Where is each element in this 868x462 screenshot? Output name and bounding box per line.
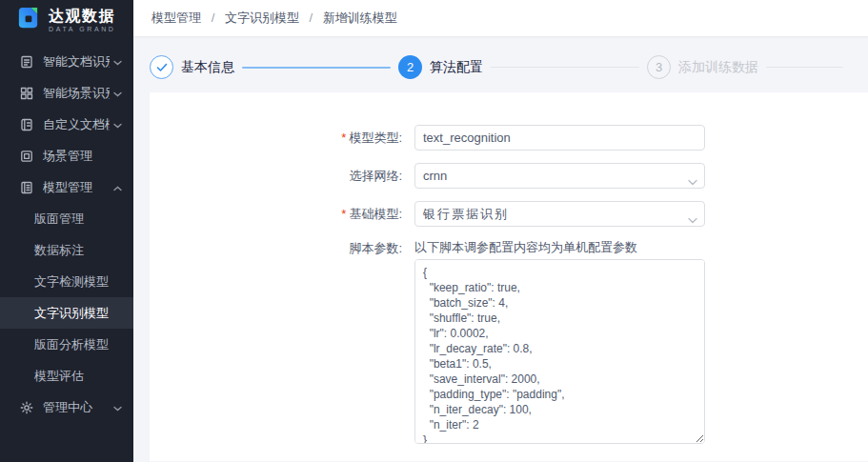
gear-icon — [19, 400, 33, 414]
step-add-training-data: 3 添加训练数据 — [647, 55, 851, 79]
step-done-circle — [150, 55, 173, 79]
script-params-label: 脚本参数: — [150, 239, 414, 448]
step-connector — [766, 67, 843, 68]
sidebar-item-text-recognition-model[interactable]: 文字识别模型 — [0, 297, 133, 329]
breadcrumb-separator: / — [310, 10, 313, 25]
breadcrumb: 模型管理 / 文字识别模型 / 新增训练模型 — [151, 10, 397, 27]
sidebar-item-layout-management[interactable]: 版面管理 — [0, 203, 133, 234]
sidebar: 达观数据 DATA GRAND 智能文档识别 智能场景识别 — [0, 0, 133, 462]
network-select[interactable]: crnn — [414, 163, 705, 189]
step-active-circle: 2 — [398, 55, 422, 79]
document-icon — [19, 54, 33, 69]
step-algorithm-config: 2 算法配置 — [398, 55, 647, 79]
chevron-down-icon — [113, 400, 122, 414]
main-area: 模型管理 / 文字识别模型 / 新增训练模型 基本信息 2 算法配置 3 — [133, 0, 868, 462]
logo-title: 达观数据 — [49, 8, 115, 25]
chevron-down-icon — [688, 172, 697, 190]
chevron-up-icon — [113, 180, 122, 194]
script-params-textarea[interactable]: { "keep_ratio": true, "batch_size": 4, "… — [414, 259, 705, 444]
form-row-base-model: *基础模型: 银行票据识别 — [150, 201, 868, 227]
sidebar-item-custom-doc-template[interactable]: 自定义文档模板 — [0, 109, 133, 140]
required-mark: * — [341, 131, 346, 145]
chevron-down-icon — [113, 86, 122, 100]
base-model-select[interactable]: 银行票据识别 — [414, 201, 705, 227]
sidebar-menu: 智能文档识别 智能场景识别 自定义文档模板 — [0, 46, 133, 423]
sidebar-item-model-evaluation[interactable]: 模型评估 — [0, 360, 133, 392]
chevron-down-icon — [113, 117, 122, 131]
sidebar-item-label: 自定义文档模板 — [43, 116, 110, 133]
sidebar-item-smart-scene-recognition[interactable]: 智能场景识别 — [0, 77, 133, 109]
network-label: 选择网络: — [150, 163, 414, 189]
sidebar-item-smart-doc-recognition[interactable]: 智能文档识别 — [0, 46, 133, 77]
sidebar-item-text-detection-model[interactable]: 文字检测模型 — [0, 266, 133, 297]
sidebar-item-label: 智能场景识别 — [43, 85, 110, 102]
sidebar-item-label: 模型管理 — [43, 179, 110, 196]
step-label: 添加训练数据 — [678, 59, 758, 76]
logo[interactable]: 达观数据 DATA GRAND — [0, 0, 133, 40]
sidebar-item-model-management[interactable]: 模型管理 — [0, 171, 133, 203]
form-row-script-params: 脚本参数: 以下脚本调参配置内容均为单机配置参数 { "keep_ratio":… — [150, 239, 868, 448]
required-mark: * — [341, 207, 346, 221]
model-type-input[interactable] — [414, 125, 705, 151]
datagrand-logo-icon — [15, 6, 41, 35]
step-label: 算法配置 — [430, 59, 483, 76]
sidebar-item-admin-center[interactable]: 管理中心 — [0, 392, 133, 423]
breadcrumb-separator: / — [212, 10, 215, 25]
scene-icon — [19, 149, 33, 163]
form-card: *模型类型: 选择网络: crnn *基础模型: 银行票据识别 — [150, 92, 868, 461]
form-row-model-type: *模型类型: — [150, 125, 868, 151]
template-icon — [19, 117, 33, 131]
breadcrumb-item-new-training-model: 新增训练模型 — [323, 10, 397, 25]
step-connector — [242, 67, 391, 69]
script-params-hint: 以下脚本调参配置内容均为单机配置参数 — [414, 239, 705, 256]
step-label: 基本信息 — [181, 59, 234, 76]
stepper: 基本信息 2 算法配置 3 添加训练数据 — [133, 36, 868, 92]
top-bar: 模型管理 / 文字识别模型 / 新增训练模型 — [133, 0, 868, 36]
sidebar-item-data-annotation[interactable]: 数据标注 — [0, 234, 133, 266]
grid-icon — [19, 86, 33, 100]
check-icon — [156, 63, 168, 72]
model-icon — [19, 180, 33, 194]
base-model-label: *基础模型: — [150, 201, 414, 227]
form-row-network: 选择网络: crnn — [150, 163, 868, 189]
chevron-down-icon — [113, 54, 122, 69]
model-type-label: *模型类型: — [150, 125, 414, 151]
sidebar-item-scene-management[interactable]: 场景管理 — [0, 140, 133, 171]
breadcrumb-item-text-recognition-model[interactable]: 文字识别模型 — [225, 10, 299, 25]
sidebar-item-label: 管理中心 — [43, 399, 110, 416]
logo-subtitle: DATA GRAND — [49, 25, 115, 33]
step-connector — [491, 67, 639, 68]
breadcrumb-item-model-management[interactable]: 模型管理 — [151, 10, 201, 25]
sidebar-item-label: 智能文档识别 — [43, 53, 110, 70]
step-pending-circle: 3 — [647, 55, 671, 79]
content-area: 基本信息 2 算法配置 3 添加训练数据 *模型类型: — [133, 36, 868, 462]
sidebar-item-label: 场景管理 — [43, 148, 122, 165]
sidebar-item-layout-analysis-model[interactable]: 版面分析模型 — [0, 329, 133, 360]
chevron-down-icon — [688, 211, 697, 228]
step-basic-info: 基本信息 — [150, 55, 398, 79]
